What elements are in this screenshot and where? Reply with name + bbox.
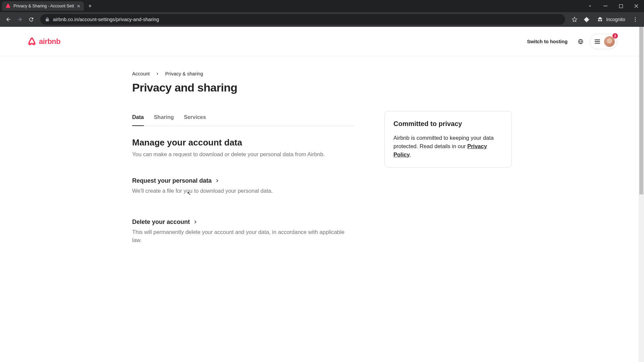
tab-services[interactable]: Services [184, 111, 206, 126]
side-card-title: Committed to privacy [393, 120, 503, 128]
airbnb-logo[interactable]: airbnb [27, 36, 60, 47]
tab-title: Privacy & Sharing - Account Sett [13, 4, 74, 8]
hamburger-icon [595, 40, 600, 44]
airbnb-favicon-icon [5, 3, 11, 9]
browser-tab[interactable]: Privacy & Sharing - Account Sett ✕ [2, 1, 84, 11]
address-bar[interactable]: airbnb.co.in/account-settings/privacy-an… [40, 14, 565, 25]
breadcrumb-current: Privacy & sharing [165, 71, 203, 76]
browser-chrome: Privacy & Sharing - Account Sett ✕ + air… [0, 0, 644, 27]
chevron-right-icon [215, 179, 219, 183]
tab-search-icon[interactable] [582, 0, 598, 12]
incognito-icon [597, 16, 603, 23]
chevron-right-icon [156, 72, 159, 75]
delete-account-title: Delete your account [132, 219, 190, 226]
tab-data[interactable]: Data [132, 111, 144, 126]
kebab-menu-icon[interactable] [630, 14, 641, 25]
incognito-label: Incognito [606, 17, 625, 22]
reload-button[interactable] [26, 14, 36, 24]
chevron-right-icon [193, 220, 197, 224]
request-data-title: Request your personal data [132, 177, 212, 184]
tabs: Data Sharing Services [132, 111, 354, 126]
close-window-button[interactable] [629, 0, 644, 12]
breadcrumb-account-link[interactable]: Account [132, 71, 150, 76]
delete-account-link[interactable]: Delete your account [132, 219, 354, 226]
url-text: airbnb.co.in/account-settings/privacy-an… [53, 17, 159, 22]
delete-account-desc: This will permanently delete your accoun… [132, 228, 354, 244]
site-header: airbnb Switch to hosting 2 [0, 27, 644, 56]
request-data-link[interactable]: Request your personal data [132, 177, 354, 184]
breadcrumb: Account Privacy & sharing [132, 71, 512, 76]
extensions-icon[interactable] [581, 14, 592, 25]
tab-sharing[interactable]: Sharing [154, 111, 174, 126]
svg-point-2 [635, 17, 636, 18]
svg-point-3 [635, 19, 636, 20]
section-description: You can make a request to download or de… [132, 150, 354, 159]
notification-badge: 2 [612, 33, 618, 39]
delete-account-item: Delete your account This will permanentl… [132, 219, 354, 244]
svg-rect-1 [619, 4, 623, 8]
browser-toolbar: airbnb.co.in/account-settings/privacy-an… [0, 12, 644, 27]
globe-icon [578, 39, 584, 45]
side-card-body: Airbnb is committed to keeping your data… [393, 134, 503, 159]
language-button[interactable] [574, 35, 588, 49]
scrollbar-thumb[interactable] [639, 27, 643, 194]
bookmark-icon[interactable] [569, 14, 580, 25]
back-button[interactable] [3, 14, 13, 24]
svg-point-4 [635, 21, 636, 22]
section-heading: Manage your account data [132, 137, 354, 148]
tab-bar: Privacy & Sharing - Account Sett ✕ + [0, 0, 644, 12]
minimize-button[interactable] [598, 0, 613, 12]
svg-rect-0 [603, 6, 607, 6]
maximize-button[interactable] [613, 0, 629, 12]
airbnb-logo-icon [27, 36, 37, 47]
page-title: Privacy and sharing [132, 81, 512, 94]
lock-icon [45, 17, 50, 22]
new-tab-button[interactable]: + [84, 3, 96, 9]
forward-button[interactable] [15, 14, 25, 24]
switch-to-hosting-link[interactable]: Switch to hosting [523, 35, 572, 48]
request-data-item: Request your personal data We'll create … [132, 177, 354, 195]
request-data-desc: We'll create a file for you to download … [132, 187, 354, 195]
user-menu-button[interactable]: 2 [590, 34, 617, 49]
brand-text: airbnb [39, 37, 60, 46]
privacy-commitment-card: Committed to privacy Airbnb is committed… [384, 111, 512, 168]
scrollbar-track[interactable] [639, 27, 644, 362]
page: airbnb Switch to hosting 2 Account Priva… [0, 27, 644, 288]
incognito-badge[interactable]: Incognito [593, 15, 629, 24]
close-tab-icon[interactable]: ✕ [77, 4, 80, 9]
side-card-body-suffix: . [410, 152, 412, 158]
window-controls [582, 0, 644, 12]
